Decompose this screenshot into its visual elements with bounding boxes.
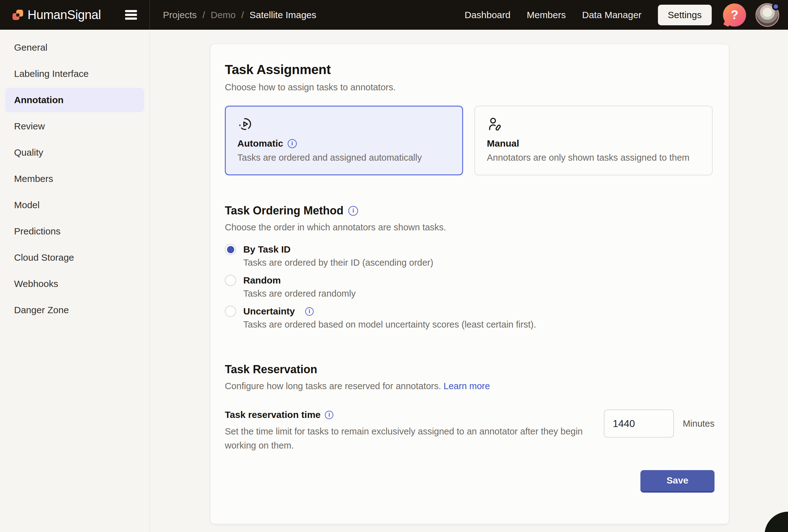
task-ordering-subtitle: Choose the order in which annotators are… <box>225 222 714 232</box>
radio-description: Tasks are ordered based on model uncerta… <box>243 320 714 330</box>
field-label: Task reservation time <box>225 409 320 420</box>
annotation-settings-panel: Task Assignment Choose how to assign tas… <box>210 44 729 524</box>
radio-label: Random <box>243 275 281 286</box>
breadcrumb-current-page: Satellite Images <box>250 10 316 20</box>
radio-input[interactable] <box>225 244 236 255</box>
info-icon[interactable] <box>288 139 297 148</box>
field-label-block: Task reservation time Set the time limit… <box>225 409 594 453</box>
task-reservation-title-text: Task Reservation <box>225 363 317 376</box>
breadcrumb-separator: / <box>202 10 205 20</box>
option-label: Manual <box>487 138 519 149</box>
header-left: HumanSignal <box>0 0 150 30</box>
radio-option-by-task-id: By Task ID Tasks are ordered by their ID… <box>225 244 714 268</box>
sidebar-item-members[interactable]: Members <box>5 167 144 191</box>
info-icon[interactable] <box>325 411 333 419</box>
sidebar-item-webhooks[interactable]: Webhooks <box>5 272 144 296</box>
radio-label: By Task ID <box>243 244 291 255</box>
task-reservation-title: Task Reservation <box>225 363 714 376</box>
breadcrumb: Projects / Demo / Satellite Images <box>163 10 316 20</box>
radio-random[interactable]: Random <box>225 275 714 286</box>
sidebar-item-general[interactable]: General <box>5 35 144 60</box>
info-icon[interactable] <box>305 307 314 316</box>
task-reservation-intro-text: Configure how long tasks are reserved fo… <box>225 381 441 391</box>
sidebar-item-predictions[interactable]: Predictions <box>5 219 144 244</box>
assignment-options: Automatic Tasks are ordered and assigned… <box>225 106 714 175</box>
menu-icon[interactable] <box>125 10 137 20</box>
sidebar-item-review[interactable]: Review <box>5 114 144 139</box>
task-ordering-title: Task Ordering Method <box>225 204 714 217</box>
learn-more-link[interactable]: Learn more <box>444 381 490 391</box>
radio-by-task-id[interactable]: By Task ID <box>225 244 714 255</box>
radio-option-uncertainty: Uncertainty Tasks are ordered based on m… <box>225 306 714 330</box>
sidebar-item-model[interactable]: Model <box>5 193 144 217</box>
sidebar-item-labeling-interface[interactable]: Labeling Interface <box>5 62 144 86</box>
save-button[interactable]: Save <box>641 470 714 493</box>
logo-text: HumanSignal <box>27 8 101 22</box>
user-avatar[interactable] <box>755 3 779 27</box>
reservation-time-field: Task reservation time Set the time limit… <box>225 409 714 453</box>
settings-button[interactable]: Settings <box>658 5 712 25</box>
option-label: Automatic <box>237 138 283 149</box>
logo[interactable]: HumanSignal <box>13 8 101 22</box>
radio-description: Tasks are ordered randomly <box>243 288 714 299</box>
play-dashed-circle-icon <box>237 116 451 132</box>
humansignal-logo-icon <box>13 10 23 20</box>
assignment-option-manual[interactable]: Manual Annotators are only shown tasks a… <box>474 106 713 175</box>
task-reservation-intro: Configure how long tasks are reserved fo… <box>225 381 714 391</box>
breadcrumb-projects[interactable]: Projects <box>163 10 197 20</box>
task-ordering-title-text: Task Ordering Method <box>225 204 343 217</box>
radio-label: Uncertainty <box>243 306 295 316</box>
nav-data-manager[interactable]: Data Manager <box>582 10 641 20</box>
radio-option-random: Random Tasks are ordered randomly <box>225 275 714 299</box>
person-edit-icon <box>487 116 700 132</box>
assignment-option-automatic[interactable]: Automatic Tasks are ordered and assigned… <box>225 106 463 175</box>
radio-input[interactable] <box>225 275 236 286</box>
sidebar: General Labeling Interface Annotation Re… <box>0 30 150 532</box>
notification-badge <box>772 3 780 10</box>
sidebar-item-quality[interactable]: Quality <box>5 140 144 165</box>
nav-members[interactable]: Members <box>527 10 566 20</box>
task-assignment-title: Task Assignment <box>225 62 714 77</box>
reservation-time-input[interactable] <box>604 409 674 437</box>
sidebar-item-danger-zone[interactable]: Danger Zone <box>5 298 144 322</box>
option-description: Annotators are only shown tasks assigned… <box>487 152 700 163</box>
nav-dashboard[interactable]: Dashboard <box>465 10 511 20</box>
info-icon[interactable] <box>348 206 358 216</box>
field-description: Set the time limit for tasks to remain e… <box>225 425 594 453</box>
radio-description: Tasks are ordered by their ID (ascending… <box>243 258 714 268</box>
breadcrumb-separator: / <box>241 10 244 20</box>
help-glyph: ? <box>731 8 738 22</box>
field-input-block: Minutes <box>604 409 714 437</box>
radio-uncertainty[interactable]: Uncertainty <box>225 306 714 317</box>
task-ordering-options: By Task ID Tasks are ordered by their ID… <box>225 244 714 330</box>
app-frame: General Labeling Interface Annotation Re… <box>0 30 788 532</box>
radio-input[interactable] <box>225 306 236 317</box>
top-bar: HumanSignal Projects / Demo / Satellite … <box>0 0 788 30</box>
unit-label: Minutes <box>683 418 714 429</box>
breadcrumb-project: Demo <box>211 10 236 20</box>
sidebar-item-annotation[interactable]: Annotation <box>5 88 144 112</box>
save-row: Save <box>225 470 714 493</box>
sidebar-item-cloud-storage[interactable]: Cloud Storage <box>5 245 144 270</box>
task-assignment-subtitle: Choose how to assign tasks to annotators… <box>225 82 714 93</box>
header-right: Dashboard Members Data Manager Settings … <box>465 3 788 27</box>
main-content: Task Assignment Choose how to assign tas… <box>150 30 788 532</box>
help-icon[interactable]: ? <box>723 3 746 26</box>
option-description: Tasks are ordered and assigned automatic… <box>237 152 451 163</box>
